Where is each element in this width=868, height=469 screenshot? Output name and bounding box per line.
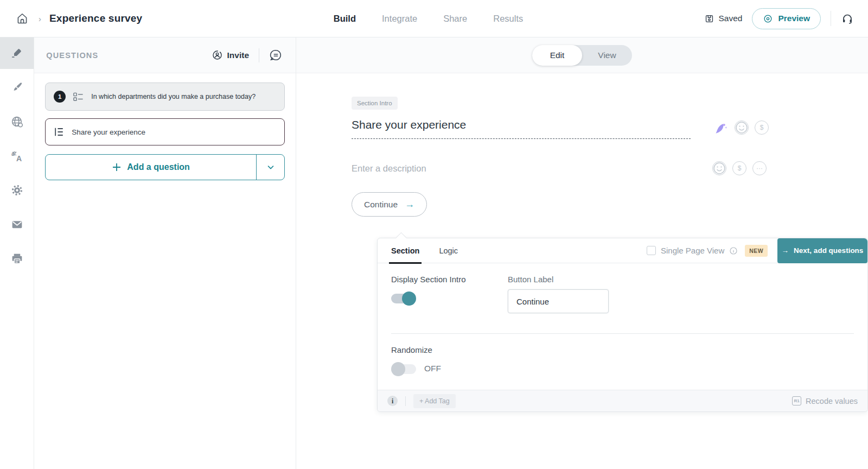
ai-assist-button[interactable]: [712, 121, 729, 135]
toggle-knob: [391, 362, 405, 376]
toggle-edit[interactable]: Edit: [532, 45, 582, 66]
globe-icon: [10, 115, 24, 129]
recode-icon: R1: [792, 396, 801, 405]
questions-panel-header: QUESTIONS Invite: [34, 37, 296, 73]
canvas-toolbar: Edit View: [296, 37, 868, 73]
sidebar-item-build[interactable]: [0, 37, 34, 69]
section-intro-tag: Section Intro: [352, 97, 398, 110]
next-button-label: Next, add questions: [794, 246, 863, 255]
section-settings-panel: Section Logic Single Page View NEW: [377, 238, 868, 412]
nav-tab-build[interactable]: Build: [334, 14, 356, 24]
survey-canvas: Section Intro Share your experience: [296, 73, 868, 412]
checkbox-question-type-icon: [73, 91, 84, 103]
add-question-label: Add a question: [127, 162, 190, 172]
question-item-2-selected[interactable]: Share your experience: [45, 118, 285, 145]
settings-gear-icon: [10, 183, 24, 197]
topbar-divider: [831, 11, 831, 26]
top-bar: › Experience survey Build Integrate Shar…: [0, 0, 868, 37]
home-button[interactable]: [14, 10, 30, 27]
breadcrumb-separator: ›: [39, 14, 41, 23]
continue-preview-button[interactable]: Continue →: [352, 192, 427, 217]
plus-icon: [112, 162, 122, 172]
comments-bubble-icon[interactable]: [269, 48, 283, 62]
display-section-intro-label: Display Section Intro: [391, 275, 508, 284]
merge-codes-button[interactable]: $: [755, 121, 769, 135]
translate-icon: a A: [10, 149, 24, 163]
toggle-view[interactable]: View: [582, 45, 632, 66]
sidebar-item-translate[interactable]: a A: [0, 140, 34, 172]
main-nav: Build Integrate Share Results: [334, 0, 523, 37]
info-circle-icon[interactable]: [729, 246, 738, 255]
display-section-intro-toggle[interactable]: [391, 291, 416, 306]
edit-view-toggle: Edit View: [532, 45, 632, 66]
randomize-label: Randomize: [391, 345, 854, 354]
add-question-dropdown-button[interactable]: [256, 155, 284, 180]
emoji-picker-button[interactable]: [712, 161, 726, 175]
arrow-right-icon: →: [405, 199, 414, 210]
dollar-icon: $: [760, 124, 764, 131]
nav-tab-integrate[interactable]: Integrate: [382, 14, 417, 24]
section-title-field[interactable]: Share your experience: [352, 118, 691, 139]
panel-footer: i + Add Tag R1 Recode values: [378, 390, 867, 411]
sidebar-item-email[interactable]: [0, 208, 34, 240]
questions-panel: QUESTIONS Invite: [34, 37, 296, 469]
single-page-view-label: Single Page View: [661, 246, 724, 255]
sidebar-item-style[interactable]: [0, 72, 34, 103]
panel-header: Section Logic Single Page View NEW: [378, 238, 867, 263]
section-type-icon: [54, 126, 65, 137]
add-question-button[interactable]: Add a question: [46, 155, 256, 180]
nav-tab-share[interactable]: Share: [443, 14, 467, 24]
ellipsis-icon: ···: [756, 164, 763, 172]
tab-logic[interactable]: Logic: [439, 238, 458, 263]
saved-status-label: Saved: [718, 14, 742, 23]
recode-values-button[interactable]: R1 Recode values: [792, 396, 858, 405]
add-question-split-button: Add a question: [45, 154, 285, 180]
question-list: 1 In which departments did you make a pu…: [34, 73, 296, 189]
saved-status: Saved: [704, 14, 742, 24]
email-icon: [10, 218, 24, 231]
tab-section[interactable]: Section: [391, 238, 419, 263]
page-title: Experience survey: [49, 12, 142, 24]
emoji-picker-button[interactable]: [735, 121, 749, 135]
button-label-label: Button Label: [508, 275, 609, 284]
dollar-icon: $: [738, 164, 742, 172]
main-content: Edit View Section Intro Share your exper…: [296, 37, 868, 469]
left-icon-rail: a A: [0, 37, 34, 469]
preview-eye-icon: [763, 14, 773, 24]
footer-divider: [405, 396, 406, 406]
recode-values-label: Recode values: [806, 397, 858, 405]
merge-codes-button[interactable]: $: [732, 161, 746, 175]
invite-button-label: Invite: [227, 50, 249, 60]
support-headset-icon[interactable]: [841, 12, 854, 25]
nav-tab-results[interactable]: Results: [493, 14, 523, 24]
svg-text:A: A: [16, 154, 22, 162]
single-page-view-checkbox[interactable]: [647, 246, 656, 255]
more-options-button[interactable]: ···: [752, 161, 767, 175]
style-brush-icon: [10, 81, 23, 94]
question-number-badge: 1: [54, 91, 66, 103]
description-input[interactable]: [352, 163, 691, 174]
sidebar-item-settings[interactable]: [0, 174, 34, 206]
add-tag-button[interactable]: + Add Tag: [413, 394, 456, 408]
panel-divider: [391, 333, 854, 334]
invite-button[interactable]: Invite: [212, 49, 249, 61]
preview-button-label: Preview: [778, 14, 810, 23]
sidebar-item-language[interactable]: [0, 106, 34, 137]
header-divider: [259, 48, 259, 62]
button-label-input[interactable]: [508, 289, 609, 313]
panel-body: Display Section Intro Button Label: [378, 263, 867, 376]
toggle-knob: [402, 291, 416, 306]
print-icon: [10, 252, 24, 265]
section-info-button[interactable]: i: [387, 396, 398, 406]
smiley-icon: [712, 161, 726, 175]
preview-button[interactable]: Preview: [752, 8, 821, 29]
sidebar-item-print[interactable]: [0, 243, 34, 274]
question-item-1[interactable]: 1 In which departments did you make a pu…: [45, 83, 285, 111]
randomize-state-label: OFF: [424, 364, 441, 373]
smiley-icon: [735, 121, 749, 135]
next-add-questions-button[interactable]: → Next, add questions: [777, 238, 867, 263]
question-item-text: Share your experience: [72, 128, 145, 136]
home-icon: [15, 11, 29, 26]
randomize-toggle[interactable]: [391, 362, 416, 376]
ai-feather-icon: [713, 121, 728, 135]
